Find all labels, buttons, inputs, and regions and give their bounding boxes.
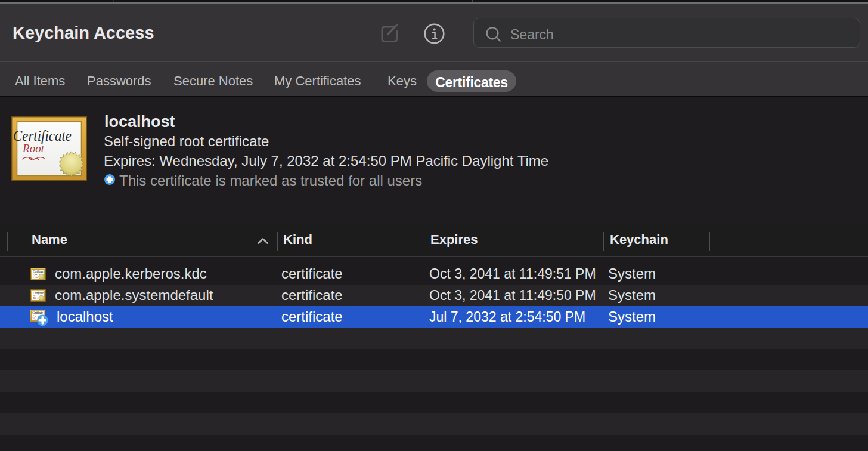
svg-text:Root: Root: [22, 142, 45, 155]
svg-text:Certificate: Certificate: [13, 128, 72, 144]
